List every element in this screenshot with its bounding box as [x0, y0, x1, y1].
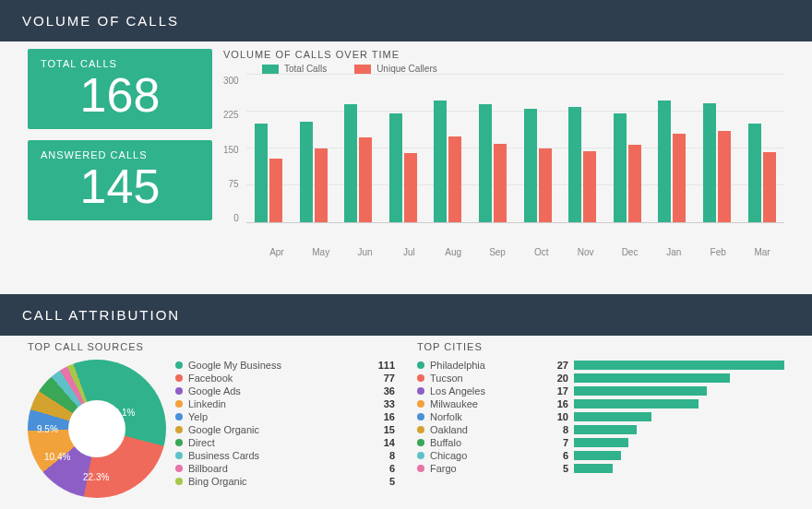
- top-cities-panel: TOP CITIES Philadelphia27Tucson20Los Ang…: [417, 341, 784, 498]
- bar-group: [477, 104, 508, 222]
- source-row: Bing Organic5: [175, 476, 395, 487]
- cities-list: Philadelphia27Tucson20Los Angeles17Milwa…: [417, 360, 784, 474]
- city-row: Buffalo7: [417, 437, 784, 448]
- donut-slice-label: 10.4%: [44, 452, 70, 462]
- kpi-total-calls: TOTAL CALLS 168: [28, 49, 212, 129]
- city-row: Tucson20: [417, 373, 784, 384]
- legend-item: Total Calls: [262, 64, 327, 74]
- bar: [479, 104, 492, 222]
- bar: [658, 101, 671, 222]
- bar: [763, 152, 776, 222]
- bar: [673, 134, 686, 222]
- bar: [494, 144, 507, 222]
- bar: [628, 145, 641, 222]
- city-row: Milwaukee16: [417, 398, 784, 409]
- city-row: Philadelphia27: [417, 360, 784, 371]
- bar: [269, 159, 282, 222]
- bar: [524, 109, 537, 222]
- bar: [748, 124, 761, 222]
- source-row: Billboard6: [175, 463, 395, 474]
- kpi-answered-value: 145: [41, 160, 199, 213]
- bar: [359, 137, 372, 222]
- bar-group: [701, 103, 733, 222]
- donut-slice-label: 22.3%: [83, 472, 109, 482]
- source-row: Google Ads36: [175, 385, 395, 397]
- volume-chart-title: VOLUME OF CALLS OVER TIME: [223, 49, 784, 60]
- donut-slice-label: 32.1%: [109, 408, 135, 418]
- bar-group: [567, 107, 598, 222]
- city-row: Los Angeles17: [417, 385, 784, 397]
- top-sources-panel: TOP CALL SOURCES 32.1% 22.3% 10.4% 9.5% …: [28, 341, 395, 498]
- city-row: Fargo5: [417, 463, 784, 474]
- bar: [539, 148, 552, 222]
- bar-group: [388, 113, 419, 222]
- kpi-total-value: 168: [41, 69, 199, 122]
- bar-group: [342, 104, 374, 222]
- bar: [344, 104, 357, 222]
- bar-group: [522, 109, 554, 222]
- bar-group: [612, 113, 643, 222]
- bar: [718, 131, 731, 222]
- attribution-section-header: CALL ATTRIBUTION: [0, 294, 812, 336]
- bar: [448, 136, 461, 222]
- source-row: Google Organic15: [175, 424, 395, 435]
- city-row: Oakland8: [417, 424, 784, 435]
- legend-item: Unique Callers: [354, 64, 437, 74]
- bar: [568, 107, 581, 222]
- source-row: Yelp16: [175, 411, 395, 422]
- city-row: Chicago6: [417, 450, 784, 461]
- bar: [315, 148, 328, 222]
- donut-slice-label: 9.5%: [37, 424, 58, 434]
- bar-group: [656, 101, 687, 222]
- source-row: Linkedin33: [175, 398, 395, 409]
- volume-chart-x-axis: AprMayJunJulAugSepOctNovDecJanFebMar: [255, 247, 784, 257]
- volume-chart-panel: VOLUME OF CALLS OVER TIME Total CallsUni…: [223, 49, 784, 257]
- source-row: Direct14: [175, 437, 395, 448]
- volume-section-header: VOLUME OF CALLS: [0, 0, 812, 41]
- sources-donut-chart: 32.1% 22.3% 10.4% 9.5%: [28, 360, 166, 498]
- source-row: Facebook77: [175, 373, 395, 384]
- attribution-section: TOP CALL SOURCES 32.1% 22.3% 10.4% 9.5% …: [0, 336, 812, 498]
- bar: [434, 101, 447, 222]
- kpi-answered-calls: ANSWERED CALLS 145: [28, 140, 212, 220]
- bar-group: [253, 124, 284, 222]
- bar-group: [432, 101, 463, 222]
- bar: [389, 113, 402, 222]
- source-row: Business Cards8: [175, 450, 395, 461]
- bar: [404, 153, 417, 222]
- bar: [583, 151, 596, 222]
- sources-list: Google My Business111Facebook77Google Ad…: [175, 360, 395, 498]
- top-cities-title: TOP CITIES: [417, 341, 784, 352]
- bar: [703, 103, 716, 222]
- top-sources-title: TOP CALL SOURCES: [28, 341, 395, 352]
- bar: [255, 124, 268, 222]
- bar-group: [298, 122, 329, 222]
- volume-chart-y-axis: 300225150750: [223, 76, 246, 223]
- source-row: Google My Business111: [175, 360, 395, 371]
- bar-group: [746, 124, 778, 222]
- bar: [300, 122, 313, 222]
- volume-chart-plot: [246, 76, 784, 223]
- bar: [614, 113, 627, 222]
- volume-chart-legend: Total CallsUnique Callers: [223, 64, 784, 74]
- city-row: Norfolk10: [417, 411, 784, 422]
- volume-section: TOTAL CALLS 168 ANSWERED CALLS 145 VOLUM…: [0, 41, 812, 257]
